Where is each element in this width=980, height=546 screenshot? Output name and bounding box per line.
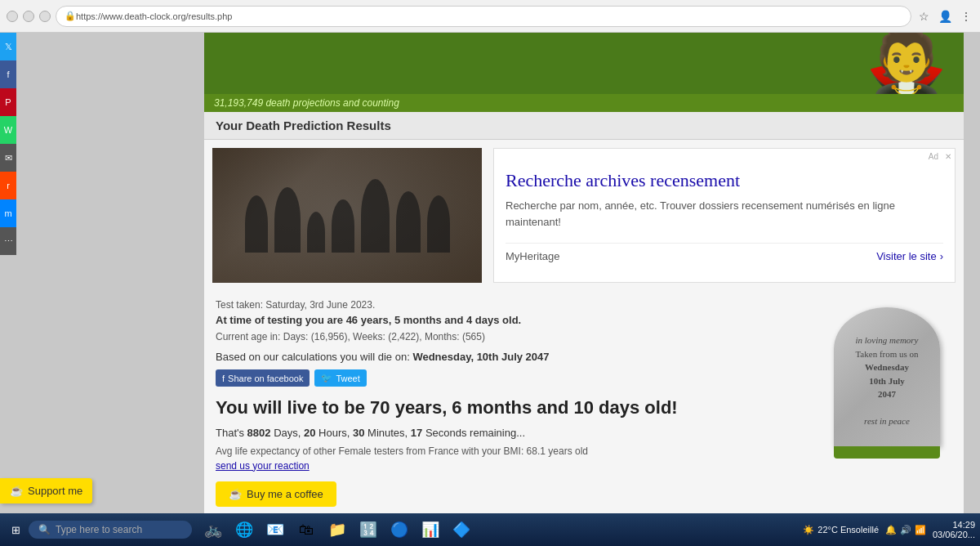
person-6 [396, 191, 421, 253]
taskbar-app-mail[interactable]: 📧 [261, 515, 290, 544]
age-line-strong: At time of testing you are 46 years, 5 m… [216, 314, 521, 326]
ad-section: Ad ✕ Recherche archives recensement Rech… [493, 148, 956, 283]
days-value: 8802 [247, 427, 271, 439]
old-photo [212, 148, 482, 283]
social-reddit-btn[interactable]: r [0, 172, 16, 199]
ad-cta-link[interactable]: Visiter le site › [876, 250, 943, 262]
main-content[interactable]: 🧛 31,193,749 death projections and count… [16, 33, 980, 513]
time-display: 14:29 [933, 520, 975, 530]
photo-people [245, 179, 450, 253]
tombstone-line4: 10th July [855, 374, 918, 388]
buy-coffee-label: Buy me a coffee [247, 488, 323, 500]
tombstone-text: in loving memory Taken from us on Wednes… [855, 333, 918, 428]
windows-icon: ⊞ [11, 524, 20, 536]
tombstone-area: in loving memory Taken from us on Wednes… [822, 299, 952, 507]
url-text: https://www.death-clock.org/results.php [76, 11, 232, 21]
tombstone: in loving memory Taken from us on Wednes… [830, 307, 944, 459]
bookmark-icon[interactable]: ☆ [916, 9, 931, 24]
taskbar: ⊞ 🔍 Type here to search 🚲 🌐 📧 🛍 📁 🔢 🔵 📊 … [0, 513, 980, 546]
taskbar-apps: 🚲 🌐 📧 🛍 📁 🔢 🔵 📊 🔷 [198, 515, 476, 544]
social-whatsapp-btn[interactable]: W [0, 116, 16, 144]
avg-expectancy: Avg life expectancy of other Female test… [216, 445, 813, 457]
tombstone-line5: 2047 [855, 387, 918, 401]
taskbar-app-excel[interactable]: 📊 [416, 515, 445, 544]
support-icon: ☕ [10, 485, 23, 497]
date-display: 03/06/20... [933, 530, 975, 539]
taskbar-time: 14:29 03/06/20... [933, 520, 975, 539]
support-me-button[interactable]: ☕ Support me [0, 478, 92, 503]
tombstone-line1: in loving memory [855, 333, 918, 347]
share-facebook-btn[interactable]: f Share on facebook [216, 369, 310, 387]
refresh-button[interactable] [39, 11, 51, 22]
hours-value: 20 [304, 427, 315, 439]
ad-title[interactable]: Recherche archives recensement [506, 170, 943, 191]
share-twitter-btn[interactable]: 🐦 Tweet [314, 369, 366, 387]
weather-info: ☀️ 22°C Ensoleillé [803, 525, 879, 535]
browser-actions: ☆ 👤 ⋮ [916, 9, 973, 24]
back-button[interactable] [7, 11, 18, 22]
taskbar-app-calc[interactable]: 🔢 [354, 515, 383, 544]
taskbar-app-bike[interactable]: 🚲 [198, 515, 228, 544]
tombstone-grass [834, 446, 940, 459]
tombstone-line3: Wednesday [855, 360, 918, 374]
minutes-value: 30 [353, 427, 364, 439]
taskbar-icon-3[interactable]: 📶 [915, 525, 926, 535]
ad-description: Recherche par nom, année, etc. Trouver d… [506, 198, 943, 230]
social-facebook-btn[interactable]: f [0, 60, 16, 88]
social-email-btn[interactable]: ✉ [0, 144, 16, 172]
grim-reaper-image: 🧛 [866, 33, 947, 94]
taskbar-search[interactable]: 🔍 Type here to search [29, 521, 192, 539]
forward-button[interactable] [23, 11, 34, 22]
results-header: Your Death Prediction Results [204, 112, 964, 140]
seconds-value: 17 [411, 427, 422, 439]
death-date-strong: Wednesday, 10th July 2047 [412, 351, 549, 363]
taskbar-icon-2[interactable]: 🔊 [900, 525, 911, 535]
taskbar-app-store[interactable]: 🛍 [292, 515, 321, 544]
taskbar-icons: 🔔 🔊 📶 [885, 525, 926, 535]
coffee-icon: ☕ [229, 488, 242, 500]
taskbar-icon-1[interactable]: 🔔 [885, 525, 897, 535]
social-sidebar: 𝕏 f P W ✉ r m ⋯ [0, 33, 16, 255]
user-icon[interactable]: 👤 [938, 9, 952, 24]
days-remaining: That's 8802 Days, 20 Hours, 30 Minutes, … [216, 427, 813, 439]
test-date: Test taken: Saturday, 3rd June 2023. [216, 299, 813, 311]
person-5 [361, 179, 390, 253]
ad-cta-arrow: › [940, 250, 943, 262]
buy-coffee-button[interactable]: ☕ Buy me a coffee [216, 481, 336, 507]
taskbar-right: ☀️ 22°C Ensoleillé 🔔 🔊 📶 14:29 03/06/20.… [803, 520, 975, 539]
person-3 [307, 212, 325, 253]
prediction-area: Test taken: Saturday, 3rd June 2023. At … [204, 291, 964, 513]
header-grass: 🧛 [204, 33, 964, 94]
site-wrapper: 🧛 31,193,749 death projections and count… [204, 33, 964, 513]
taskbar-app-browser2[interactable]: 🔵 [385, 515, 414, 544]
ad-close-btn[interactable]: ✕ [945, 152, 951, 161]
taskbar-app-extra[interactable]: 🔷 [447, 515, 476, 544]
search-icon: 🔍 [38, 524, 51, 535]
social-pinterest-btn[interactable]: P [0, 88, 16, 116]
current-age: Current age in: Days: (16,956), Weeks: (… [216, 331, 813, 342]
ad-footer: MyHeritage Visiter le site › [506, 243, 943, 262]
weather-text: 22°C Ensoleillé [817, 525, 879, 535]
death-count-text: 31,193,749 death projections and countin… [214, 97, 399, 109]
taskbar-app-files[interactable]: 📁 [323, 515, 352, 544]
social-more-btn[interactable]: ⋯ [0, 227, 16, 255]
url-bar[interactable]: 🔒 https://www.death-clock.org/results.ph… [56, 6, 911, 27]
more-icon[interactable]: ⋮ [959, 9, 973, 24]
ad-tag: Ad [929, 152, 938, 161]
tombstone-line2: Taken from us on [855, 347, 918, 361]
social-messenger-btn[interactable]: m [0, 199, 16, 227]
person-2 [274, 187, 301, 253]
person-7 [427, 195, 450, 253]
start-button[interactable]: ⊞ [5, 521, 27, 539]
fb-label: Share on facebook [228, 374, 303, 383]
death-date-line: Based on our calculations you will die o… [216, 351, 813, 363]
prediction-text: Test taken: Saturday, 3rd June 2023. At … [216, 299, 813, 507]
photo-section [212, 148, 482, 283]
taskbar-app-edge[interactable]: 🌐 [229, 515, 259, 544]
person-4 [332, 199, 354, 253]
live-years: You will live to be 70 years, 6 months a… [216, 396, 813, 420]
tombstone-stone: in loving memory Taken from us on Wednes… [834, 307, 940, 446]
reaction-link[interactable]: send us your reaction [216, 460, 813, 472]
tombstone-line6: rest in peace [855, 414, 918, 428]
social-twitter-btn[interactable]: 𝕏 [0, 33, 16, 60]
